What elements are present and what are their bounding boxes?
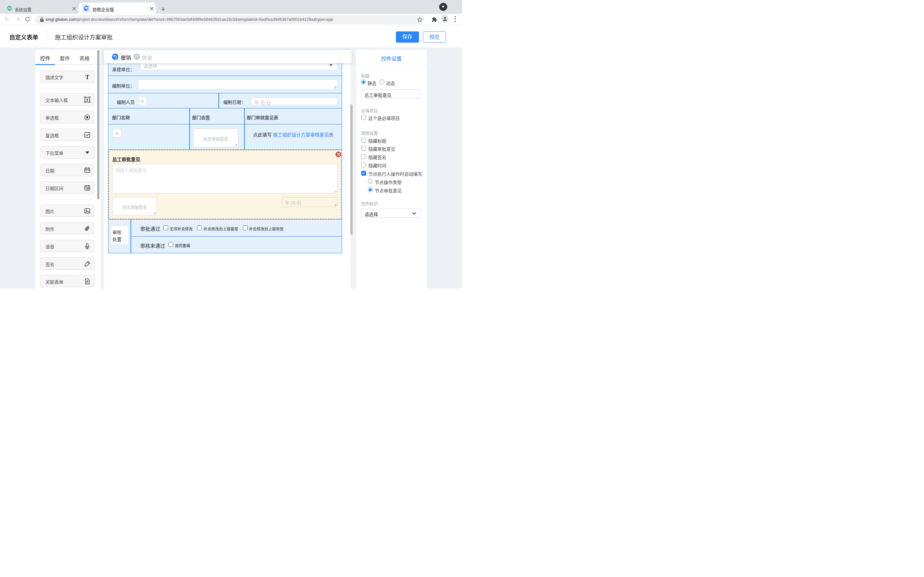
svg-text:T: T: [86, 97, 89, 102]
svg-text:T: T: [85, 74, 89, 80]
